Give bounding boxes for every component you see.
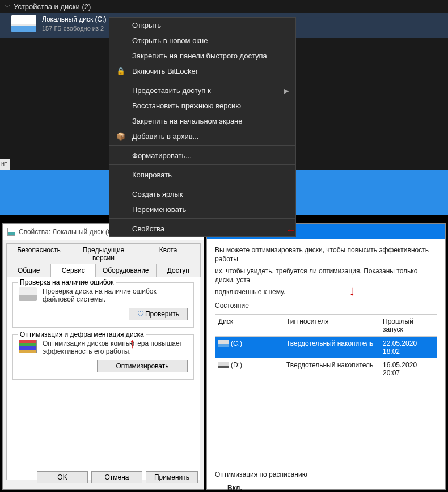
menu-item-label: Форматировать... <box>132 151 192 160</box>
drive-icon <box>11 15 36 32</box>
menu-item[interactable]: Свойства← <box>109 221 295 236</box>
ok-button[interactable]: OK <box>37 471 88 483</box>
menu-item-label: Включить BitLocker <box>132 67 198 75</box>
apply-button[interactable]: Применить <box>146 471 198 483</box>
menu-item[interactable]: 🔒Включить BitLocker <box>109 63 295 80</box>
tab-content-service: Проверка на наличие ошибок Проверка диск… <box>6 276 200 480</box>
drive-icon <box>7 228 15 236</box>
drive-icon <box>218 362 229 368</box>
properties-dialog: Свойства: Локальный диск (C:) ✕ Безопасн… <box>2 223 204 490</box>
check-button[interactable]: 🛡Проверить <box>129 308 188 320</box>
menu-item-label: Добавить в архив... <box>132 132 198 141</box>
table-header[interactable]: Диск Тип носителя Прошлый запуск <box>215 315 437 337</box>
optimize-button[interactable]: Оптимизировать <box>97 360 188 372</box>
menu-item-label: Открыть <box>132 21 161 29</box>
group-title: Проверка на наличие ошибок <box>18 278 116 286</box>
tab-предыдущие версии[interactable]: Предыдущие версии <box>71 243 136 264</box>
menu-item-label: Копировать <box>132 171 172 179</box>
disk-icon <box>19 287 37 301</box>
group-title: Оптимизация и дефрагментация диска <box>18 330 146 338</box>
schedule-header: Оптимизация по расписанию <box>215 470 437 478</box>
menu-item-icon: 🔒 <box>116 67 125 76</box>
col-type[interactable]: Тип носителя <box>283 315 379 336</box>
tab-оборудование[interactable]: Оборудование <box>95 264 157 277</box>
state-label: Состояние <box>215 302 437 311</box>
section-header[interactable]: ﹀ Устройства и диски (2) <box>0 0 448 13</box>
menu-item[interactable]: Форматировать... <box>109 148 295 165</box>
schedule-status: Вкл. <box>227 484 437 492</box>
defrag-icon <box>19 340 37 353</box>
annotation-arrow-icon: ← <box>285 223 297 236</box>
menu-item-label: Закрепить на панели быстрого доступа <box>132 52 267 60</box>
tab-квота[interactable]: Квота <box>136 243 201 264</box>
chevron-down-icon: ﹀ <box>5 3 10 11</box>
annotation-arrow-icon: ↓ <box>349 283 356 299</box>
schedule-section: Оптимизация по расписанию Вкл. Диски опт… <box>215 470 437 492</box>
menu-item[interactable]: Копировать <box>109 167 295 184</box>
menu-item[interactable]: Переименовать <box>109 202 295 219</box>
tab-безопасность[interactable]: Безопасность <box>6 243 71 264</box>
menu-item-label: Предоставить доступ к <box>132 86 211 95</box>
cancel-button[interactable]: Отмена <box>91 471 142 483</box>
menu-item-label: Открыть в новом окне <box>132 36 208 45</box>
description-text: их, чтобы увидеть, требуется ли оптимиза… <box>215 267 437 285</box>
tab-общие[interactable]: Общие <box>6 264 51 277</box>
dialog-button-row: OK Отмена Применить <box>37 471 198 483</box>
menu-item[interactable]: Закрепить на панели быстрого доступа <box>109 48 295 63</box>
menu-item-icon: 📦 <box>116 132 125 141</box>
col-date[interactable]: Прошлый запуск <box>379 315 437 336</box>
menu-item[interactable]: 📦Добавить в архив... <box>109 129 295 146</box>
table-row[interactable]: (C:)Твердотельный накопитель22.05.2020 1… <box>215 337 437 358</box>
menu-item[interactable]: Восстановить прежнюю версию <box>109 98 295 113</box>
menu-item-label: Восстановить прежнюю версию <box>132 101 241 110</box>
menu-item[interactable]: Предоставить доступ к▶ <box>109 83 295 98</box>
sidebar-fragment: нт <box>0 159 10 170</box>
check-description: Проверка диска на наличие ошибок файлово… <box>43 287 188 303</box>
section-title: Устройства и диски (2) <box>14 2 91 11</box>
defrag-group: Оптимизация и дефрагментация диска Оптим… <box>12 334 194 380</box>
tab-сервис[interactable]: Сервис <box>50 264 95 277</box>
annotation-arrow-icon: ↓ <box>129 337 136 353</box>
menu-item-label: Создать ярлык <box>132 190 183 198</box>
menu-item-label: Закрепить на начальном экране <box>132 117 243 125</box>
drive-name: Локальный диск (C:) <box>42 15 107 24</box>
drive-icon <box>218 340 229 347</box>
menu-item[interactable]: Открыть в новом окне <box>109 33 295 48</box>
table-row[interactable]: (D:)Твердотельный накопитель16.05.2020 2… <box>215 358 437 380</box>
tab-strip: БезопасностьПредыдущие версииКвота Общие… <box>3 243 204 276</box>
context-menu: ОткрытьОткрыть в новом окнеЗакрепить на … <box>109 17 296 237</box>
defrag-description: Оптимизация дисков компьютера повышает э… <box>43 340 188 355</box>
menu-item[interactable]: Открыть <box>109 18 295 33</box>
error-check-group: Проверка на наличие ошибок Проверка диск… <box>12 282 194 328</box>
tab-доступ[interactable]: Доступ <box>156 264 201 277</box>
chevron-right-icon: ▶ <box>284 87 289 95</box>
description-text: подключенные к нему. <box>215 288 437 297</box>
dialog-title: Свойства: Локальный диск (C:) <box>19 228 117 236</box>
optimize-dialog: Оптимизация дисков Вы можете оптимизиров… <box>206 223 446 490</box>
disk-table: Диск Тип носителя Прошлый запуск (C:)Тве… <box>215 314 437 380</box>
col-disk[interactable]: Диск <box>215 315 283 336</box>
menu-item[interactable]: Создать ярлык <box>109 186 295 202</box>
drive-free-space: 157 ГБ свободно из 2 <box>42 24 107 32</box>
menu-item-label: Переименовать <box>132 205 186 214</box>
shield-icon: 🛡 <box>137 310 144 318</box>
menu-item[interactable]: Закрепить на начальном экране <box>109 113 295 129</box>
menu-item-label: Свойства <box>132 224 164 233</box>
description-text: Вы можете оптимизировать диски, чтобы по… <box>215 246 437 264</box>
